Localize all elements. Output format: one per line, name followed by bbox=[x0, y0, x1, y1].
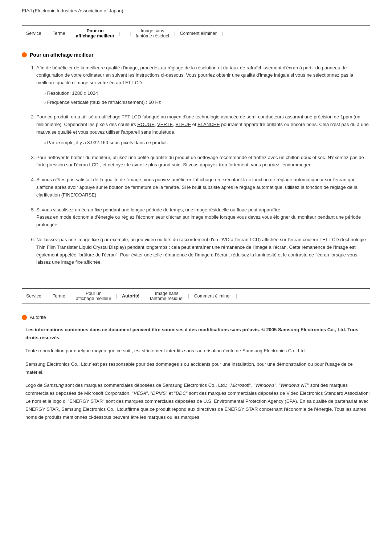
top-nav-bar: Service | Terme | Pour unaffichage meill… bbox=[22, 25, 370, 41]
authority-para-1: Les informations contenues dans ce docum… bbox=[25, 326, 370, 342]
bottom-nav-sep-4: | bbox=[144, 293, 146, 299]
bottom-nav-terme[interactable]: Terme bbox=[48, 293, 70, 299]
bottom-nav-bar: Service | Terme | Pour unaffichage meill… bbox=[22, 288, 370, 304]
list-item-3: Pour nettoyer le boîtier du moniteur, ut… bbox=[36, 154, 370, 169]
list-item-4: Si vous n'êtes pas satisfait de la quali… bbox=[36, 176, 370, 199]
list-item-2-text: Pour ce produit, on a utilisé un afficha… bbox=[36, 114, 369, 135]
subitem-sous-pixels: Par exemple, il y a 3.932.160 sous-pixel… bbox=[44, 139, 370, 147]
section1-content: Afin de bénéficier de la meilleure quali… bbox=[25, 64, 370, 267]
authority-title: Autorité bbox=[30, 315, 46, 320]
list-item-5: Si vous visualisez un écran fixe pendant… bbox=[36, 206, 370, 229]
list-item-6-text: Ne laissez pas une image fixe (par exemp… bbox=[36, 237, 366, 265]
bottom-nav-sep-2: | bbox=[70, 293, 72, 299]
authority-content: Les informations contenues dans ce docum… bbox=[25, 326, 370, 421]
section1-header: Pour un affichage meilleur bbox=[22, 52, 370, 58]
bottom-nav-sep-1: | bbox=[46, 293, 48, 299]
intro-text: EIAJ (Electronic Industries Association … bbox=[22, 7, 370, 15]
list-item-2: Pour ce produit, on a utilisé un afficha… bbox=[36, 113, 370, 146]
authority-header: Autorité bbox=[22, 315, 370, 320]
nav-pour-un[interactable]: Pour unaffichage meilleur bbox=[72, 28, 118, 39]
list-item-5-text: Si vous visualisez un écran fixe pendant… bbox=[36, 207, 361, 228]
authority-section: Autorité Les informations contenues dans… bbox=[22, 315, 370, 421]
list-item-1: Afin de bénéficier de la meilleure quali… bbox=[36, 64, 370, 106]
section1-list: Afin de bénéficier de la meilleure quali… bbox=[36, 64, 370, 267]
nav-sep-3: | bbox=[118, 31, 121, 36]
bottom-nav-autorite[interactable]: Autorité bbox=[118, 293, 144, 299]
list-item-6: Ne laissez pas une image fixe (par exemp… bbox=[36, 236, 370, 266]
nav-sep-2: | bbox=[70, 31, 72, 36]
authority-para-4: Logo de Samsung sont des marques commerc… bbox=[25, 381, 370, 421]
nav-image-sans[interactable]: Image sansfantôme résiduel bbox=[132, 28, 173, 39]
bottom-nav-sep-5: | bbox=[187, 293, 190, 299]
section1-bullet bbox=[22, 52, 27, 57]
list-item-2-subitems: Par exemple, il y a 3.932.160 sous-pixel… bbox=[44, 139, 370, 147]
nav-sep-6: | bbox=[221, 31, 224, 36]
nav-comment[interactable]: Comment éliminer bbox=[175, 31, 221, 36]
list-item-1-subitems: Résolution: 1280 x 1024 Fréquence vertic… bbox=[44, 90, 370, 106]
nav-terme[interactable]: Terme bbox=[48, 31, 70, 36]
authority-bullet bbox=[22, 315, 27, 320]
authority-para-2: Toute reproduction par quelque moyen que… bbox=[25, 347, 370, 355]
nav-service[interactable]: Service bbox=[22, 31, 46, 36]
nav-sep-1: | bbox=[46, 31, 48, 36]
bottom-nav-sep-6: | bbox=[235, 293, 238, 299]
nav-sep-4: | bbox=[129, 31, 132, 36]
bottom-nav-comment[interactable]: Comment éliminer bbox=[190, 293, 235, 299]
bottom-nav-sep-3: | bbox=[115, 293, 118, 299]
intro-paragraph: EIAJ (Electronic Industries Association … bbox=[22, 8, 124, 13]
list-item-3-text: Pour nettoyer le boîtier du moniteur, ut… bbox=[36, 155, 364, 168]
nav-sep-5: | bbox=[173, 31, 175, 36]
authority-para-3: Samsung Electronics Co., Ltd.n'est pas r… bbox=[25, 360, 370, 376]
bottom-nav-service[interactable]: Service bbox=[22, 293, 46, 299]
list-item-4-text: Si vous n'êtes pas satisfait de la quali… bbox=[36, 177, 358, 198]
bottom-nav-image-sans[interactable]: Image sansfantôme résiduel bbox=[146, 291, 187, 301]
list-item-1-text: Afin de bénéficier de la meilleure quali… bbox=[36, 65, 353, 86]
subitem-frequence: Fréquence verticale (taux de rafraîchiss… bbox=[44, 99, 370, 106]
section1-title: Pour un affichage meilleur bbox=[30, 52, 94, 58]
subitem-resolution: Résolution: 1280 x 1024 bbox=[44, 90, 370, 97]
bottom-nav-pour-un[interactable]: Pour unaffichage meilleur bbox=[72, 291, 115, 301]
